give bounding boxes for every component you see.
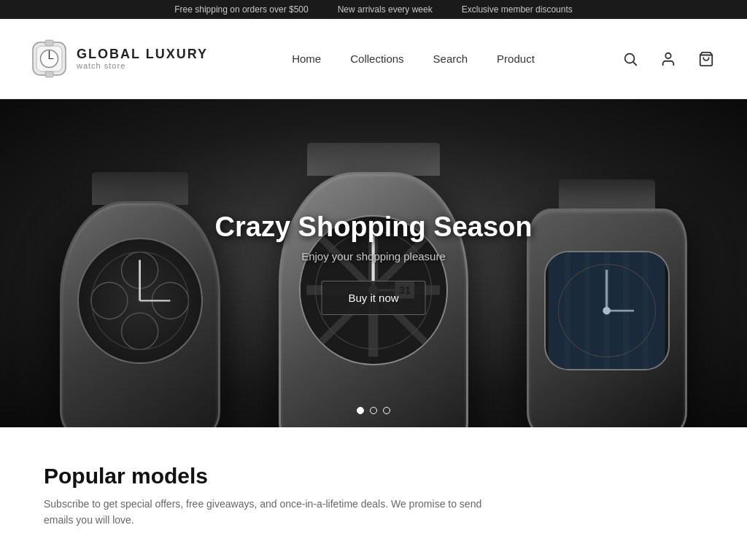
svg-line-8 <box>633 62 636 65</box>
svg-point-13 <box>91 282 128 319</box>
account-button[interactable] <box>657 47 680 71</box>
nav-home[interactable]: Home <box>292 52 321 65</box>
hero-title: Crazy Shopping Season <box>215 211 533 243</box>
nav-search[interactable]: Search <box>433 52 468 65</box>
search-button[interactable] <box>619 47 642 71</box>
logo-title: GLOBAL LUXURY <box>77 47 208 62</box>
svg-point-9 <box>665 52 670 58</box>
svg-point-35 <box>603 306 611 314</box>
slider-dot-1[interactable] <box>357 407 364 414</box>
slider-dot-2[interactable] <box>370 407 377 414</box>
svg-rect-6 <box>45 71 53 77</box>
svg-point-14 <box>152 282 189 319</box>
nav-product[interactable]: Product <box>497 52 535 65</box>
watch-right <box>527 209 687 427</box>
hero-background: 31 <box>0 99 747 427</box>
cart-button[interactable] <box>694 47 718 71</box>
announcement-text-2: New arrivals every week <box>338 4 433 15</box>
logo-link[interactable]: GLOBAL LUXURY watch store <box>29 39 208 79</box>
watch-left <box>60 201 220 427</box>
logo-subtitle: watch store <box>77 61 208 70</box>
popular-title: Popular models <box>44 464 703 489</box>
hero-cta-button[interactable]: Buy it now <box>321 281 425 315</box>
hero-content: Crazy Shopping Season Enjoy your shoppin… <box>215 211 533 315</box>
svg-point-12 <box>122 313 158 349</box>
announcement-text-3: Exclusive member discounts <box>462 4 573 15</box>
account-icon <box>660 51 676 67</box>
svg-rect-5 <box>45 40 53 46</box>
main-nav: Home Collections Search Product <box>292 52 535 65</box>
header-icons <box>619 47 718 71</box>
popular-subtitle: Subscribe to get special offers, free gi… <box>44 496 496 529</box>
hero-section: 31 <box>0 99 747 427</box>
cart-icon <box>698 51 714 67</box>
slider-dots <box>357 407 390 414</box>
header: GLOBAL LUXURY watch store Home Collectio… <box>0 19 747 99</box>
logo-icon <box>29 39 69 79</box>
slider-dot-3[interactable] <box>383 407 390 414</box>
popular-section: Popular models Subscribe to get special … <box>0 427 747 551</box>
logo-text: GLOBAL LUXURY watch store <box>77 47 208 71</box>
svg-point-7 <box>625 53 635 63</box>
nav-collections[interactable]: Collections <box>350 52 403 65</box>
announcement-text-1: Free shipping on orders over $500 <box>174 4 308 15</box>
announcement-bar: Free shipping on orders over $500 New ar… <box>0 0 747 19</box>
hero-subtitle: Enjoy your shopping pleasure <box>215 250 533 262</box>
search-icon <box>622 51 638 67</box>
svg-point-11 <box>122 252 158 289</box>
